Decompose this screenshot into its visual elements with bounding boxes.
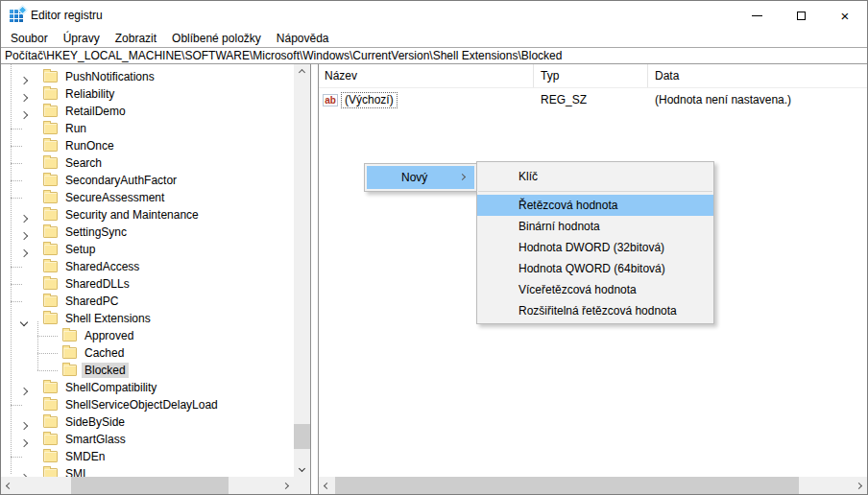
- tree-item-secureassessment[interactable]: SecureAssessment: [1, 189, 294, 206]
- menu-zobrazit[interactable]: Zobrazit: [108, 31, 164, 46]
- folder-icon: [43, 468, 58, 477]
- menu-item-hodnota-dword-32bitov[interactable]: Hodnota DWORD (32bitová): [477, 237, 713, 258]
- chevron-down-icon[interactable]: [21, 315, 31, 323]
- submenu-arrow-icon: [459, 174, 466, 180]
- tree-item-sidebyside[interactable]: SideBySide: [1, 413, 294, 431]
- menu-item-kl[interactable]: Klíč: [477, 164, 713, 188]
- tree-item-sharedpc[interactable]: SharedPC: [1, 293, 294, 310]
- menu-napoveda[interactable]: Nápověda: [269, 31, 337, 46]
- registry-app-icon: [10, 10, 23, 22]
- folder-icon: [43, 416, 58, 428]
- value-name: (Výchozí): [341, 92, 398, 108]
- menu-soubor[interactable]: Soubor: [3, 31, 56, 46]
- tree-item-search[interactable]: Search: [1, 154, 294, 172]
- menu-oblibene-polozky[interactable]: Oblíbené položky: [164, 31, 269, 46]
- minimize-button[interactable]: [735, 1, 779, 30]
- tree-item-label: ShellCompatibility: [62, 380, 159, 395]
- menu-item-label: Klíč: [518, 170, 538, 183]
- chevron-glyph: [20, 77, 28, 84]
- tree-item-settingsync[interactable]: SettingSync: [1, 224, 294, 241]
- tree-item-shell-extensions[interactable]: Shell Extensions: [1, 310, 294, 327]
- minimize-icon: [752, 15, 762, 16]
- chevron-right-icon[interactable]: [21, 470, 31, 477]
- close-icon: ×: [841, 9, 850, 23]
- tree-item-smi[interactable]: SMI: [1, 465, 294, 477]
- column-header-nazev[interactable]: Název: [319, 64, 534, 87]
- address-bar[interactable]: Počítač\HKEY_LOCAL_MACHINE\SOFTWARE\Micr…: [1, 47, 867, 64]
- scroll-down-button[interactable]: [294, 460, 310, 477]
- tree-item-cached[interactable]: Cached: [1, 344, 294, 362]
- string-value-icon: ab: [323, 94, 338, 106]
- tree-item-blocked[interactable]: Blocked: [1, 362, 294, 379]
- menu-item-roz-i-iteln-et-zcov-hodnota[interactable]: Rozšiřitelná řetězcová hodnota: [477, 300, 713, 321]
- tree-item-reliability[interactable]: Reliability: [1, 85, 294, 103]
- tree-item-shellcompatibility[interactable]: ShellCompatibility: [1, 379, 294, 396]
- close-button[interactable]: ×: [823, 1, 867, 30]
- maximize-button[interactable]: [779, 1, 823, 30]
- menu-item-hodnota-qword-64bitov[interactable]: Hodnota QWORD (64bitová): [477, 258, 713, 279]
- scroll-right-button[interactable]: [851, 477, 867, 494]
- chevron-right-icon[interactable]: [21, 90, 31, 99]
- tree-item-shellserviceobjectdelayload[interactable]: ShellServiceObjectDelayLoad: [1, 396, 294, 413]
- tree-item-label: SecondaryAuthFactor: [62, 173, 180, 188]
- list-horizontal-scroll-track[interactable]: [335, 477, 851, 494]
- column-headers: Název Typ Data: [319, 64, 867, 88]
- tree-item-smartglass[interactable]: SmartGlass: [1, 431, 294, 448]
- chevron-right-icon[interactable]: [21, 73, 31, 82]
- folder-icon: [43, 209, 58, 221]
- chevron-right-icon[interactable]: [21, 436, 31, 444]
- scroll-left-button[interactable]: [1, 477, 17, 494]
- chevron-glyph: [20, 388, 28, 395]
- pane-splitter[interactable]: [311, 64, 318, 494]
- tree-connector: [37, 353, 58, 354]
- tree-horizontal-scrollbar[interactable]: [1, 477, 310, 494]
- tree-item-retaildemo[interactable]: RetailDemo: [1, 103, 294, 120]
- chevron-right-icon[interactable]: [21, 107, 31, 116]
- tree-horizontal-scroll-track[interactable]: [17, 477, 277, 494]
- folder-icon: [62, 365, 77, 376]
- list-horizontal-scrollbar[interactable]: [319, 477, 867, 494]
- chevron-glyph: [20, 318, 28, 326]
- tree-item-label: Shell Extensions: [62, 311, 154, 326]
- menu-item-et-zcov-hodnota[interactable]: Řetězcová hodnota: [477, 195, 713, 216]
- tree-connector: [11, 146, 22, 147]
- column-header-data[interactable]: Data: [648, 64, 867, 87]
- folder-icon: [43, 261, 58, 272]
- folder-icon: [43, 88, 58, 100]
- tree-item-label: SmartGlass: [62, 432, 129, 447]
- tree-item-label: SharedDLLs: [62, 276, 133, 292]
- chevron-right-icon[interactable]: [21, 384, 31, 392]
- tree-vertical-scrollbar[interactable]: [294, 64, 310, 477]
- tree-item-approved[interactable]: Approved: [1, 327, 294, 344]
- tree-item-pushnotifications[interactable]: PushNotifications: [1, 68, 294, 85]
- scroll-up-button[interactable]: [294, 64, 310, 81]
- tree-horizontal-scroll-thumb[interactable]: [71, 477, 229, 494]
- chevron-right-icon[interactable]: [21, 211, 31, 220]
- menu-upravy[interactable]: Úpravy: [56, 31, 108, 46]
- tree-item-shareddlls[interactable]: SharedDLLs: [1, 275, 294, 293]
- menu-item-bin-rn-hodnota[interactable]: Binární hodnota: [477, 216, 713, 237]
- tree-item-setup[interactable]: Setup: [1, 241, 294, 258]
- chevron-right-icon[interactable]: [21, 228, 31, 237]
- list-horizontal-scroll-thumb[interactable]: [335, 477, 799, 494]
- tree-item-security-and-maintenance[interactable]: Security and Maintenance: [1, 206, 294, 224]
- folder-icon: [43, 399, 58, 411]
- chevron-right-icon[interactable]: [21, 418, 31, 427]
- menu-item-novy[interactable]: Nový: [367, 166, 474, 189]
- chevron-right-icon[interactable]: [21, 246, 31, 254]
- tree-item-run[interactable]: Run: [1, 120, 294, 137]
- tree-item-smden[interactable]: SMDEn: [1, 448, 294, 465]
- tree-connector: [11, 163, 22, 164]
- value-row-default[interactable]: ab (Výchozí) REG_SZ (Hodnota není nastav…: [319, 90, 867, 109]
- menu-item-v-ce-et-zcov-hodnota[interactable]: Víceřetězcová hodnota: [477, 279, 713, 300]
- tree-connector: [11, 301, 22, 302]
- folder-icon: [43, 226, 58, 238]
- scroll-left-button[interactable]: [319, 477, 335, 494]
- tree-item-runonce[interactable]: RunOnce: [1, 137, 294, 154]
- value-type: REG_SZ: [534, 93, 648, 106]
- tree-item-secondaryauthfactor[interactable]: SecondaryAuthFactor: [1, 172, 294, 189]
- tree-item-sharedaccess[interactable]: SharedAccess: [1, 258, 294, 275]
- column-header-typ[interactable]: Typ: [534, 64, 648, 87]
- tree-vertical-scroll-thumb[interactable]: [294, 424, 310, 449]
- scroll-right-button[interactable]: [277, 477, 294, 494]
